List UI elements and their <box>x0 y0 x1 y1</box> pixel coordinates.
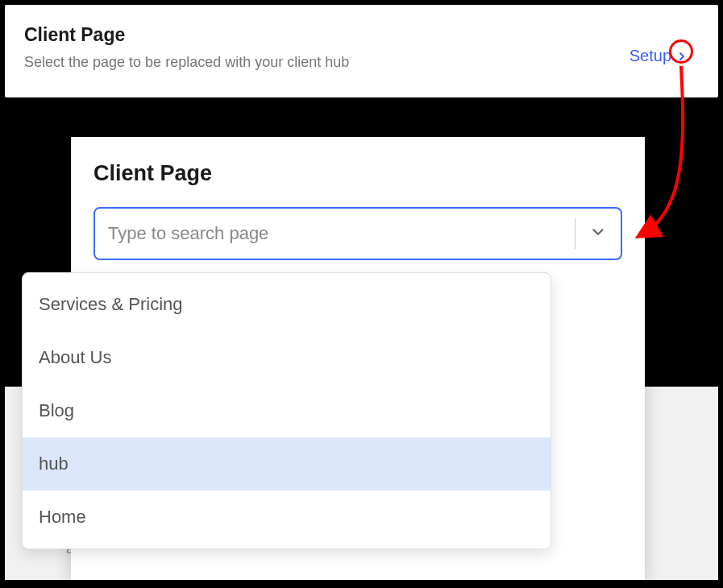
header-text-block: Client Page Select the page to be replac… <box>24 24 349 71</box>
popup-title: Client Page <box>93 161 622 186</box>
header-title: Client Page <box>24 24 349 46</box>
chevron-down-icon <box>589 223 607 244</box>
page-search-combobox[interactable] <box>93 207 622 260</box>
header-card: Client Page Select the page to be replac… <box>5 5 718 97</box>
option-about-us[interactable]: About Us <box>23 331 551 384</box>
option-home[interactable]: Home <box>23 491 551 544</box>
page-options-dropdown: Services & Pricing About Us Blog hub Hom… <box>22 272 551 549</box>
setup-button[interactable]: Setup <box>630 47 689 65</box>
option-hub[interactable]: hub <box>23 437 551 491</box>
setup-label: Setup <box>630 47 671 65</box>
page-search-input[interactable] <box>95 209 575 259</box>
option-blog[interactable]: Blog <box>23 384 551 437</box>
dropdown-toggle[interactable] <box>575 209 621 259</box>
option-services-pricing[interactable]: Services & Pricing <box>23 278 551 331</box>
chevron-right-icon <box>675 49 689 64</box>
header-subtitle: Select the page to be replaced with your… <box>24 54 349 71</box>
